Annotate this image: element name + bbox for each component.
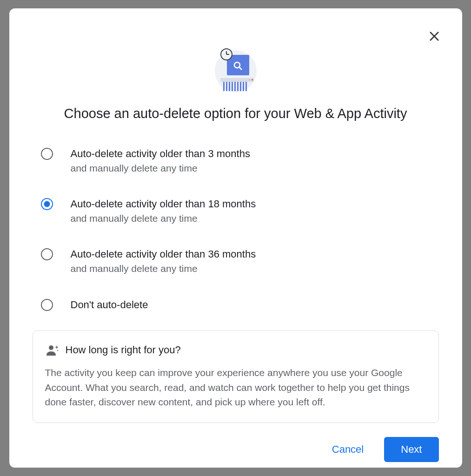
option-text: Auto-delete activity older than 18 month…	[71, 197, 256, 225]
option-18-months[interactable]: Auto-delete activity older than 18 month…	[41, 197, 439, 225]
info-box: How long is right for you? The activity …	[33, 331, 439, 423]
cancel-button[interactable]: Cancel	[325, 438, 371, 461]
option-label: Auto-delete activity older than 3 months	[71, 147, 250, 161]
option-dont-auto-delete[interactable]: Don't auto-delete	[41, 298, 439, 312]
person-sparkle-icon	[45, 344, 59, 356]
svg-point-2	[234, 62, 240, 68]
dialog-title: Choose an auto-delete option for your We…	[64, 106, 407, 121]
close-icon	[428, 30, 441, 43]
radio-button[interactable]	[41, 299, 53, 311]
option-sublabel: and manually delete any time	[71, 212, 256, 225]
radio-button[interactable]	[41, 198, 53, 210]
option-text: Auto-delete activity older than 36 month…	[71, 247, 256, 275]
option-3-months[interactable]: Auto-delete activity older than 3 months…	[41, 147, 439, 175]
info-body: The activity you keep can improve your e…	[45, 365, 426, 410]
option-sublabel: and manually delete any time	[71, 262, 256, 275]
options-list: Auto-delete activity older than 3 months…	[33, 147, 439, 331]
radio-button[interactable]	[41, 148, 53, 160]
info-title: How long is right for you?	[66, 344, 181, 356]
svg-point-4	[49, 345, 53, 350]
shredder-clock-icon	[215, 50, 257, 92]
radio-button[interactable]	[41, 248, 53, 260]
option-text: Auto-delete activity older than 3 months…	[71, 147, 250, 175]
option-label: Auto-delete activity older than 36 month…	[71, 247, 256, 262]
svg-line-3	[239, 67, 242, 70]
option-text: Don't auto-delete	[71, 298, 148, 312]
info-header: How long is right for you?	[45, 344, 426, 356]
option-36-months[interactable]: Auto-delete activity older than 36 month…	[41, 247, 439, 275]
option-sublabel: and manually delete any time	[71, 161, 250, 175]
option-label: Don't auto-delete	[71, 298, 148, 312]
dialog-footer: Cancel Next	[33, 423, 439, 462]
option-label: Auto-delete activity older than 18 month…	[71, 197, 256, 212]
next-button[interactable]: Next	[384, 437, 438, 462]
auto-delete-dialog: Choose an auto-delete option for your We…	[9, 8, 462, 468]
close-button[interactable]	[425, 27, 444, 46]
dialog-header: Choose an auto-delete option for your We…	[33, 50, 439, 121]
